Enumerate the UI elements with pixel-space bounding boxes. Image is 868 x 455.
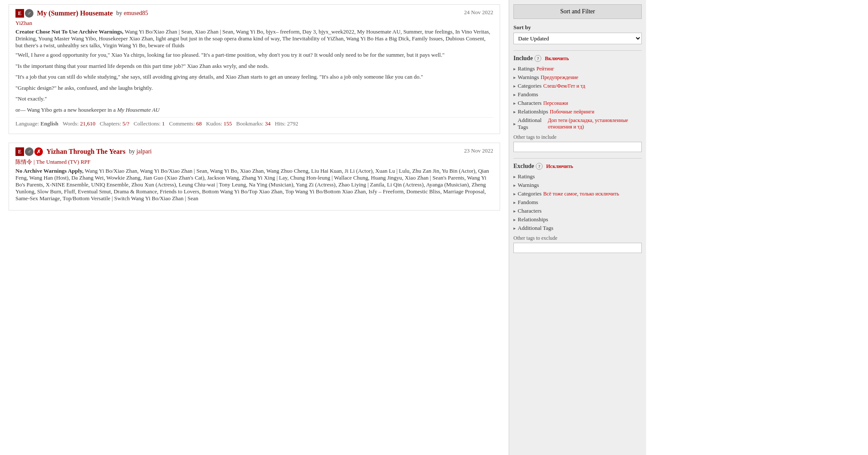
divider-2 <box>513 158 642 159</box>
language-label: Language: English <box>15 120 58 127</box>
work-date-2: 23 Nov 2022 <box>464 147 493 154</box>
exclude-russian-note: Исключить <box>546 163 573 170</box>
work-title-link[interactable]: My (Summer) Housemate <box>37 9 113 17</box>
fandom-link-2[interactable]: 陈情令 | The Untamed (TV) RPF <box>15 159 91 165</box>
include-other-tags-label: Other tags to include <box>513 134 642 140</box>
exclude-categories-label: Categories <box>518 190 542 197</box>
exclude-characters-item[interactable]: Characters <box>513 207 642 215</box>
summary-para-3: "It's a job that you can still do while … <box>15 73 493 81</box>
include-ratings-item[interactable]: Ratings Рейтинг <box>513 64 642 73</box>
hits-label: Hits: 2792 <box>275 120 298 127</box>
work-title-link-2[interactable]: Yizhan Through The Years <box>46 148 125 155</box>
exclude-relationships-item[interactable]: Relationships <box>513 215 642 224</box>
include-fandoms-item[interactable]: Fandoms <box>513 90 642 99</box>
summary-para-1: "Well, I have a good opportunity for you… <box>15 51 493 59</box>
summary-para-2: "Is the important thing that your marrie… <box>15 62 493 70</box>
summary-para-5: "Not exactly." <box>15 95 493 103</box>
fandom-badge-gender2: ♂ <box>25 147 33 156</box>
warnings-line-2: No Archive Warnings Apply, Wang Yi Bo/Xi… <box>15 168 493 202</box>
sort-by-label: Sort by <box>513 24 642 31</box>
exclude-fandoms-item[interactable]: Fandoms <box>513 198 642 207</box>
warnings-label-2: No Archive Warnings Apply, <box>15 168 83 174</box>
include-categories-label: Categories <box>518 82 542 89</box>
chapters-link[interactable]: 5/? <box>122 120 129 127</box>
words-label: Words: 21,610 <box>63 120 95 127</box>
exclude-relationships-label: Relationships <box>518 216 548 223</box>
exclude-ratings-label: Ratings <box>518 173 535 180</box>
exclude-ratings-item[interactable]: Ratings <box>513 172 642 181</box>
sidebar: Sort and Filter Sort by Date Updated Bes… <box>509 0 646 455</box>
warnings-label: Creator Chose Not To Use Archive Warning… <box>15 28 123 35</box>
include-characters-note: Персонажи <box>543 100 568 107</box>
tags-text-2: Wang Yi Bo/Xiao Zhan, Wang Yi Bo/Xiao Zh… <box>15 168 489 202</box>
comments-link[interactable]: 68 <box>196 120 202 127</box>
work-header: E ♂ My (Summer) Housemate by emused85 24… <box>15 9 493 18</box>
include-header: Include ? Включить <box>513 55 642 62</box>
main-content: E ♂ My (Summer) Housemate by emused85 24… <box>0 0 509 455</box>
include-relationships-note: Побочные пейринги <box>550 109 595 115</box>
badge-group-2: E ♂ ✗ <box>15 147 43 156</box>
exclude-label: Exclude <box>513 163 534 170</box>
badge-group: E ♂ <box>15 9 33 18</box>
exclude-header: Exclude ? Исключить <box>513 163 642 170</box>
work-title-2: Yizhan Through The Years <box>46 148 125 156</box>
divider-1 <box>513 50 642 51</box>
include-characters-label: Characters <box>518 100 542 107</box>
work-fandom: YiZhan <box>15 20 493 27</box>
fandom-badge-e: E <box>15 9 24 18</box>
exclude-additional-tags-item[interactable]: Additional Tags <box>513 224 642 232</box>
exclude-categories-item[interactable]: Categories Всё тоже самое, только исключ… <box>513 189 642 198</box>
include-warnings-label: Warnings <box>518 74 539 81</box>
include-help-icon[interactable]: ? <box>534 55 541 62</box>
collections-label: Collections: 1 <box>134 120 165 127</box>
words-link[interactable]: 21,610 <box>80 120 96 127</box>
include-warnings-item[interactable]: Warnings Предупреждение <box>513 73 642 82</box>
work-fandom-2: 陈情令 | The Untamed (TV) RPF <box>15 158 493 166</box>
work-item-2: E ♂ ✗ Yizhan Through The Years by jalpar… <box>9 143 500 211</box>
fandom-badge-gender: ♂ <box>25 9 33 18</box>
work-author-2: by jalpari <box>129 148 152 155</box>
fandom-badge-e2: E <box>15 147 24 156</box>
include-relationships-label: Relationships <box>518 108 548 115</box>
include-fandoms-label: Fandoms <box>518 91 538 98</box>
work-item: E ♂ My (Summer) Housemate by emused85 24… <box>9 4 500 134</box>
work-title: My (Summer) Housemate <box>37 9 113 17</box>
exclude-other-tags-input[interactable] <box>513 243 642 253</box>
work-date: 24 Nov 2022 <box>464 9 493 16</box>
include-relationships-item[interactable]: Relationships Побочные пейринги <box>513 107 642 116</box>
exclude-warnings-item[interactable]: Warnings <box>513 181 642 189</box>
fandom-link[interactable]: YiZhan <box>15 20 32 26</box>
include-section: Include ? Включить Ratings Рейтинг Warni… <box>513 55 642 152</box>
sort-filter-button[interactable]: Sort and Filter <box>513 4 642 19</box>
kudos-link[interactable]: 155 <box>224 120 232 127</box>
include-additional-tags-label: Additional Tags <box>518 117 546 131</box>
work-header-2: E ♂ ✗ Yizhan Through The Years by jalpar… <box>15 147 493 156</box>
include-ratings-label: Ratings <box>518 65 535 72</box>
work-summary: "Well, I have a good opportunity for you… <box>15 51 493 114</box>
summary-para-6: or— Wang Yibo gets a new housekeeper in … <box>15 106 493 114</box>
sort-by-section: Sort by Date Updated Best Match Author T… <box>513 24 642 44</box>
include-other-tags-input[interactable] <box>513 142 642 152</box>
include-categories-item[interactable]: Categories Слеш/Фем/Гет и тд <box>513 82 642 90</box>
exclude-help-icon[interactable]: ? <box>536 163 543 170</box>
work-title-area: E ♂ My (Summer) Housemate by emused85 <box>15 9 148 18</box>
bookmarks-link[interactable]: 34 <box>265 120 270 127</box>
summary-para-4: "Graphic design?" he asks, confused, and… <box>15 84 493 92</box>
collections-link[interactable]: 1 <box>162 120 165 127</box>
kudos-label: Kudos: 155 <box>206 120 232 127</box>
hits-value: 2792 <box>287 120 298 127</box>
fandom-badge-warning: ✗ <box>34 147 43 156</box>
exclude-additional-tags-label: Additional Tags <box>518 225 553 232</box>
exclude-warnings-label: Warnings <box>518 182 539 189</box>
exclude-section: Exclude ? Исключить Ratings Warnings Cat… <box>513 163 642 253</box>
include-categories-note: Слеш/Фем/Гет и тд <box>543 83 586 89</box>
work-author-link[interactable]: emused85 <box>124 10 148 16</box>
sort-select[interactable]: Date Updated Best Match Author Title Dat… <box>513 33 642 44</box>
exclude-categories-note: Всё тоже самое, только исключить <box>543 191 619 197</box>
chapters-label: Chapters: 5/? <box>100 120 129 127</box>
include-additional-tags-item[interactable]: Additional Tags Доп теги (раскладка, уст… <box>513 116 642 131</box>
exclude-other-tags-label: Other tags to exclude <box>513 235 642 241</box>
work-author-link-2[interactable]: jalpari <box>137 148 152 155</box>
include-ratings-note: Рейтинг <box>537 66 554 72</box>
include-characters-item[interactable]: Characters Персонажи <box>513 99 642 107</box>
